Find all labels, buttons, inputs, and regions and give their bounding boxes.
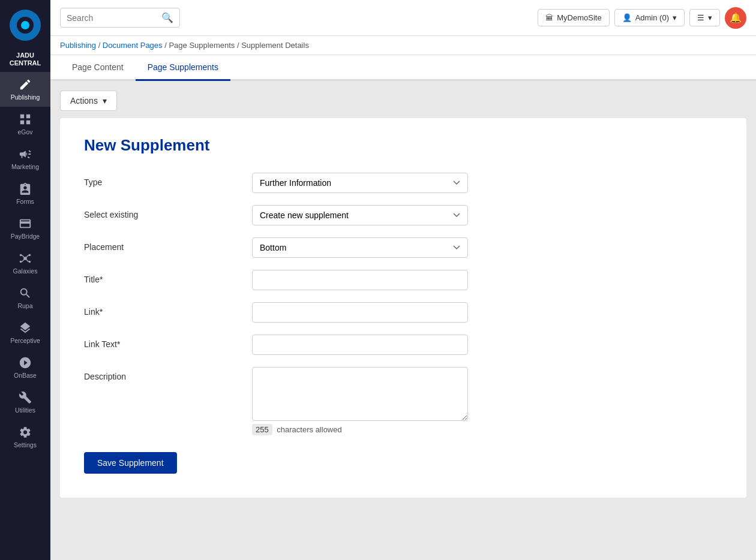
page-title: New Supplement (84, 136, 722, 155)
notification-button[interactable]: 🔔 (725, 7, 746, 29)
form-row-type: Type Further Information Related Links D… (84, 173, 722, 193)
search-submit-icon[interactable]: 🔍 (161, 12, 173, 23)
actions-button[interactable]: Actions ▾ (60, 91, 117, 111)
char-count: 255 characters allowed (252, 425, 468, 434)
link-input[interactable] (252, 302, 468, 323)
sidebar-item-label-egov: eGov (17, 128, 32, 136)
char-count-hint: characters allowed (277, 425, 341, 434)
sidebar-item-perceptive[interactable]: Perceptive (0, 315, 50, 350)
view-button[interactable]: ☰ ▾ (689, 9, 720, 26)
control-placement: Bottom Top (252, 237, 468, 258)
svg-point-4 (29, 261, 31, 263)
sidebar-item-paybridge[interactable]: PayBridge (0, 211, 50, 246)
tab-page-supplements[interactable]: Page Supplements (136, 55, 230, 81)
form-row-title: Title* (84, 270, 722, 290)
grid-icon (19, 113, 32, 126)
label-description: Description (84, 367, 240, 381)
control-type: Further Information Related Links Downlo… (252, 173, 468, 193)
tab-page-content[interactable]: Page Content (60, 55, 136, 81)
card-icon (19, 217, 32, 230)
logo-circle (10, 10, 41, 41)
select-existing-select[interactable]: Create new supplement (252, 205, 468, 225)
sidebar-item-label-rupa: Rupa (17, 302, 32, 309)
clipboard-icon (19, 182, 32, 195)
form-row-description: Description 255 characters allowed (84, 367, 722, 434)
label-link: Link* (84, 302, 240, 317)
sidebar-item-utilities[interactable]: Utilities (0, 385, 50, 420)
placement-select[interactable]: Bottom Top (252, 237, 468, 258)
sidebar-item-label-paybridge: PayBridge (11, 233, 40, 240)
logo-inner (17, 17, 34, 34)
form-card: New Supplement Type Further Information … (60, 118, 746, 498)
save-supplement-button[interactable]: Save Supplement (84, 452, 177, 474)
bell-icon: 🔔 (730, 12, 742, 23)
control-select-existing: Create new supplement (252, 205, 468, 225)
type-select[interactable]: Further Information Related Links Downlo… (252, 173, 468, 193)
chevron-down-icon: ▾ (673, 13, 677, 22)
topbar: 🔍 🏛 MyDemoSite 👤 Admin (0) ▾ ☰ ▾ 🔔 (50, 0, 756, 36)
control-description: 255 characters allowed (252, 367, 468, 434)
sidebar-logo (0, 0, 50, 50)
control-title (252, 270, 468, 290)
control-link-text (252, 335, 468, 355)
logo-dot (21, 21, 29, 29)
svg-line-8 (26, 260, 29, 262)
sidebar-item-label-onbase: OnBase (14, 372, 37, 379)
topbar-right: 🏛 MyDemoSite 👤 Admin (0) ▾ ☰ ▾ 🔔 (538, 7, 746, 29)
sidebar-item-label-utilities: Utilities (15, 407, 35, 414)
char-count-badge: 255 (252, 424, 272, 435)
sidebar-item-label-publishing: Publishing (11, 94, 40, 101)
content-area: Actions ▾ New Supplement Type Further In… (50, 81, 756, 560)
site-name-label: MyDemoSite (557, 13, 601, 22)
search-input[interactable] (67, 13, 157, 23)
label-type: Type (84, 173, 240, 187)
search-box[interactable]: 🔍 (60, 8, 180, 28)
svg-point-1 (20, 254, 22, 257)
breadcrumb-page-supplements: Page Supplements (169, 41, 235, 50)
breadcrumb-document-pages[interactable]: Document Pages (103, 41, 163, 50)
sidebar-item-onbase[interactable]: OnBase (0, 350, 50, 385)
layers-icon (19, 321, 32, 335)
svg-line-5 (22, 255, 25, 258)
svg-point-2 (29, 254, 31, 257)
control-link (252, 302, 468, 323)
gear-icon (19, 426, 32, 439)
actions-label: Actions (70, 96, 98, 106)
actions-chevron-icon: ▾ (103, 96, 107, 106)
svg-line-7 (22, 260, 25, 262)
wrench-icon (19, 391, 32, 404)
list-icon: ☰ (697, 13, 704, 22)
form-row-link: Link* (84, 302, 722, 323)
description-textarea[interactable] (252, 367, 468, 421)
label-title: Title* (84, 270, 240, 284)
sidebar-item-egov[interactable]: eGov (0, 107, 50, 141)
label-placement: Placement (84, 237, 240, 252)
admin-icon: 👤 (622, 13, 632, 22)
main-area: 🔍 🏛 MyDemoSite 👤 Admin (0) ▾ ☰ ▾ 🔔 Publi… (50, 0, 756, 560)
title-input[interactable] (252, 270, 468, 290)
chevron-down-icon-2: ▾ (708, 13, 712, 22)
form-row-placement: Placement Bottom Top (84, 237, 722, 258)
breadcrumb: Publishing / Document Pages / Page Suppl… (50, 36, 756, 55)
link-text-input[interactable] (252, 335, 468, 355)
sidebar-item-galaxies[interactable]: Galaxies (0, 246, 50, 281)
sidebar-item-settings[interactable]: Settings (0, 420, 50, 454)
megaphone-icon (19, 147, 32, 161)
sidebar-item-label-marketing: Marketing (11, 163, 39, 170)
sidebar: JADU CENTRAL Publishing eGov Marketing F… (0, 0, 50, 560)
site-selector-button[interactable]: 🏛 MyDemoSite (538, 9, 609, 26)
sidebar-item-publishing[interactable]: Publishing (0, 72, 50, 107)
form-row-link-text: Link Text* (84, 335, 722, 355)
admin-label: Admin (0) (635, 13, 669, 22)
svg-line-6 (26, 255, 29, 258)
sidebar-item-label-galaxies: Galaxies (13, 267, 38, 275)
sidebar-item-marketing[interactable]: Marketing (0, 141, 50, 176)
breadcrumb-publishing[interactable]: Publishing (60, 41, 96, 50)
actions-bar: Actions ▾ (60, 91, 746, 118)
breadcrumb-supplement-details: Supplement Details (241, 41, 309, 50)
admin-button[interactable]: 👤 Admin (0) ▾ (614, 9, 685, 26)
sidebar-item-rupa[interactable]: Rupa (0, 281, 50, 315)
circle-arrow-icon (19, 356, 32, 369)
sidebar-item-forms[interactable]: Forms (0, 176, 50, 211)
tabs-bar: Page Content Page Supplements (50, 55, 756, 81)
